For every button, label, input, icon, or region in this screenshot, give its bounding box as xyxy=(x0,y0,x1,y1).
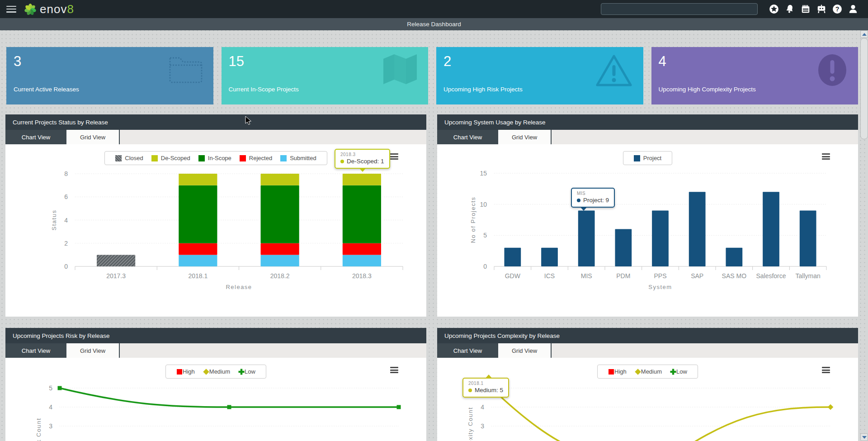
svg-text:15: 15 xyxy=(480,170,487,177)
chart-projects-complexity[interactable]: 543210Complexity Count2018.12018.22018.3… xyxy=(437,358,858,441)
tab-grid-view[interactable]: Grid View xyxy=(498,130,552,144)
svg-text:2018.1: 2018.1 xyxy=(188,272,208,280)
exclamation-circle-icon xyxy=(816,53,848,89)
page-title: Release Dashboard xyxy=(407,21,461,28)
scroll-up-button[interactable] xyxy=(860,30,868,38)
panel-system-usage: Upcoming System Usage by Release Chart V… xyxy=(437,114,858,317)
card-high-complexity-projects[interactable]: 4 Upcoming High Complexity Projects xyxy=(651,47,859,104)
svg-text:ICS: ICS xyxy=(544,272,555,280)
svg-text:Salesforce: Salesforce xyxy=(756,272,786,280)
svg-text:PPS: PPS xyxy=(654,272,666,280)
search-input[interactable] xyxy=(601,3,758,15)
svg-text:6: 6 xyxy=(64,193,68,200)
chart-context-menu-icon[interactable] xyxy=(390,153,398,160)
hamburger-menu-icon[interactable] xyxy=(6,6,16,13)
svg-text:No of Projects: No of Projects xyxy=(470,197,476,243)
card-label: Upcoming High Complexity Projects xyxy=(659,86,756,93)
svg-text:0: 0 xyxy=(483,263,487,270)
svg-text:Status: Status xyxy=(51,210,57,231)
panel-title: Upcoming Projects Complexity by Release xyxy=(437,328,858,343)
star-circle-icon[interactable] xyxy=(769,4,779,14)
card-high-risk-projects[interactable]: 2 Upcoming High Risk Projects xyxy=(436,47,643,104)
top-navbar: enov8 xyxy=(0,0,868,18)
tabstrip: Chart View Grid View xyxy=(5,343,426,358)
calendar-icon[interactable] xyxy=(800,4,811,14)
svg-text:2017.3: 2017.3 xyxy=(106,272,126,280)
svg-text:4: 4 xyxy=(49,403,52,411)
user-icon[interactable] xyxy=(848,4,859,14)
svg-text:Complexity Count: Complexity Count xyxy=(467,407,474,441)
svg-text:2018.2: 2018.2 xyxy=(270,272,290,280)
tabstrip: Chart View Grid View xyxy=(5,130,426,144)
tab-chart-view[interactable]: Chart View xyxy=(5,130,66,144)
svg-text:4: 4 xyxy=(481,403,484,411)
tab-chart-view[interactable]: Chart View xyxy=(5,343,66,358)
tabstrip: Chart View Grid View xyxy=(437,130,858,144)
chart-tooltip: 2018.3De-Scoped: 1 xyxy=(335,149,390,169)
bell-icon[interactable] xyxy=(784,4,795,14)
kpi-cards-row: 3 Current Active Releases 15 Current In-… xyxy=(6,47,858,104)
tab-chart-view[interactable]: Chart View xyxy=(437,343,498,358)
help-icon[interactable]: ? xyxy=(832,4,843,14)
panel-projects-complexity: Upcoming Projects Complexity by Release … xyxy=(437,328,858,441)
svg-text:3: 3 xyxy=(481,422,484,430)
map-icon xyxy=(382,53,418,87)
panels-row-1: Current Projects Status by Release Chart… xyxy=(5,114,858,317)
chart-context-menu-icon[interactable] xyxy=(390,367,398,373)
card-label: Upcoming High Risk Projects xyxy=(443,86,523,93)
card-inscope-projects[interactable]: 15 Current In-Scope Projects xyxy=(222,47,429,104)
chart-tooltip: 2018.1Medium: 5 xyxy=(462,378,509,398)
chart-tooltip: MISProject: 9 xyxy=(571,188,615,208)
logo-text: enov8 xyxy=(40,2,74,16)
scroll-down-button[interactable] xyxy=(860,433,868,441)
svg-text:3: 3 xyxy=(49,422,52,430)
panel-projects-status: Current Projects Status by Release Chart… xyxy=(5,114,426,317)
chart-system-usage[interactable]: 051015No of ProjectsGDWICSMISPDMPPSSAPSA… xyxy=(437,144,858,317)
svg-text:GDW: GDW xyxy=(505,272,521,280)
chart-projects-status[interactable]: 02468Status2017.32018.12018.22018.3Relea… xyxy=(5,144,426,317)
tab-grid-view[interactable]: Grid View xyxy=(66,130,120,144)
screen-share-icon[interactable] xyxy=(816,4,827,14)
scrollbar-thumb[interactable] xyxy=(860,38,868,139)
svg-text:SAP: SAP xyxy=(691,272,703,280)
panels-row-2: Upcoming Projects Risk by Release Chart … xyxy=(5,328,858,441)
tab-chart-view[interactable]: Chart View xyxy=(437,130,498,144)
svg-text:8: 8 xyxy=(64,170,68,177)
chart-projects-risk[interactable]: 543210Risk Count2018.12018.22018.3HighMe… xyxy=(5,358,426,441)
warning-triangle-icon xyxy=(594,53,633,90)
svg-text:Tallyman: Tallyman xyxy=(796,272,821,280)
svg-text:Risk Count: Risk Count xyxy=(35,418,42,441)
card-label: Current Active Releases xyxy=(14,86,79,93)
svg-text:4: 4 xyxy=(64,217,68,224)
svg-text:5: 5 xyxy=(49,384,52,392)
svg-text:?: ? xyxy=(835,5,840,13)
panel-title: Upcoming Projects Risk by Release xyxy=(5,328,426,343)
svg-text:SAS MO: SAS MO xyxy=(722,272,747,280)
card-active-releases[interactable]: 3 Current Active Releases xyxy=(6,47,213,104)
enov8-logo[interactable]: enov8 xyxy=(24,2,74,16)
folder-icon xyxy=(168,53,203,86)
svg-text:0: 0 xyxy=(64,263,68,270)
tab-grid-view[interactable]: Grid View xyxy=(66,343,120,358)
panel-title: Upcoming System Usage by Release xyxy=(437,114,858,130)
svg-text:5: 5 xyxy=(483,232,487,239)
vertical-scrollbar[interactable] xyxy=(860,30,868,441)
tab-grid-view[interactable]: Grid View xyxy=(498,343,552,358)
panel-projects-risk: Upcoming Projects Risk by Release Chart … xyxy=(5,328,426,441)
svg-text:2: 2 xyxy=(64,240,68,247)
chart-context-menu-icon[interactable] xyxy=(822,153,830,160)
chart-context-menu-icon[interactable] xyxy=(822,367,830,373)
svg-text:Release: Release xyxy=(226,284,252,290)
card-label: Current In-Scope Projects xyxy=(229,86,299,93)
svg-text:PDM: PDM xyxy=(616,272,630,280)
svg-text:MIS: MIS xyxy=(581,272,592,280)
enov8-flower-icon xyxy=(24,2,37,16)
page-title-bar: Release Dashboard xyxy=(0,18,868,30)
tabstrip: Chart View Grid View xyxy=(437,343,858,358)
svg-text:10: 10 xyxy=(480,201,487,208)
svg-text:System: System xyxy=(648,284,672,290)
svg-text:2018.3: 2018.3 xyxy=(352,272,372,280)
panel-title: Current Projects Status by Release xyxy=(5,114,426,130)
